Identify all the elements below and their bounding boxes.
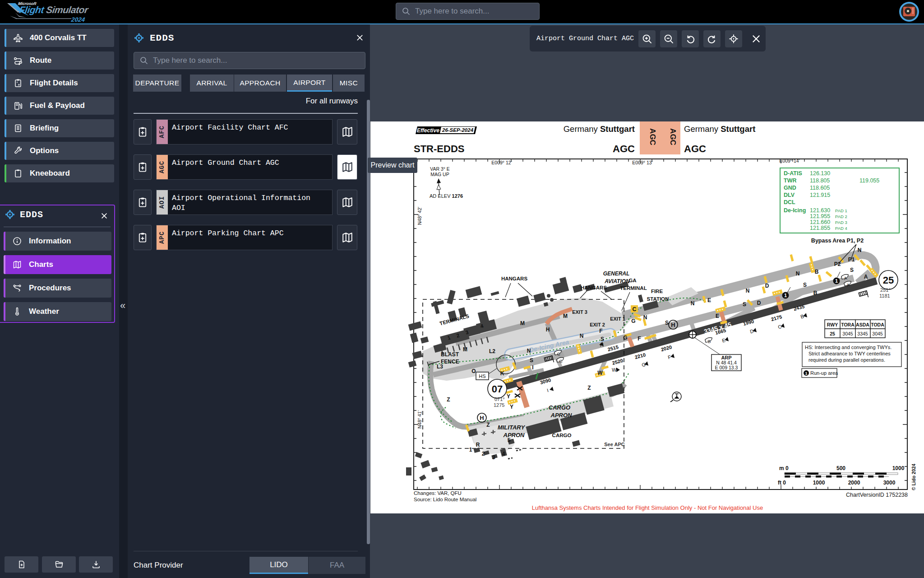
svg-text:AGC: AGC (684, 143, 706, 154)
svg-text:VAR 3° E: VAR 3° E (430, 166, 450, 172)
svg-text:Y: Y (507, 393, 510, 400)
svg-text:500: 500 (836, 465, 845, 471)
svg-text:A: A (864, 274, 868, 280)
svg-text:CARGO: CARGO (549, 404, 570, 411)
svg-text:HS: HS (479, 373, 485, 379)
svg-text:HS: Intersecting and convergin: HS: Intersecting and converging TWYs. (805, 345, 892, 350)
svg-text:121.915: 121.915 (810, 192, 830, 198)
svg-text:De-Icing: De-Icing (784, 207, 806, 214)
svg-text:STR-EDDS: STR-EDDS (414, 143, 464, 154)
svg-text:DCL: DCL (784, 199, 795, 205)
svg-text:RWY: RWY (827, 322, 838, 327)
svg-text:MILITARY: MILITARY (498, 424, 526, 431)
svg-text:119.055: 119.055 (859, 177, 879, 184)
svg-text:N: N (746, 288, 750, 294)
svg-text:3000: 3000 (883, 480, 896, 486)
svg-text:P2: P2 (834, 261, 841, 267)
svg-text:APRON: APRON (503, 432, 525, 438)
svg-text:3345: 3345 (857, 331, 868, 336)
svg-text:GND: GND (784, 185, 796, 191)
svg-text:3045: 3045 (872, 331, 883, 336)
svg-text:26-SEP-2024: 26-SEP-2024 (442, 127, 474, 133)
svg-text:07: 07 (492, 383, 503, 395)
svg-text:F: F (599, 328, 602, 334)
svg-text:Z: Z (447, 396, 450, 403)
svg-text:EXIT 1: EXIT 1 (610, 316, 625, 322)
svg-text:1000: 1000 (813, 480, 825, 486)
svg-text:1000: 1000 (892, 465, 905, 471)
svg-text:FENCE: FENCE (441, 359, 459, 365)
svg-text:E009° 14': E009° 14' (779, 158, 799, 163)
svg-text:S: S (743, 301, 746, 308)
svg-text:126.130: 126.130 (810, 170, 830, 177)
svg-text:Run-up area: Run-up area (810, 370, 838, 376)
svg-text:K: K (500, 370, 504, 377)
svg-text:H: H (600, 342, 604, 348)
svg-text:1: 1 (835, 278, 838, 284)
svg-text:EXIT 2: EXIT 2 (590, 322, 605, 327)
svg-text:1: 1 (469, 447, 472, 453)
svg-text:EXIT 3: EXIT 3 (572, 309, 587, 315)
svg-text:O: O (471, 368, 476, 374)
svg-text:Z: Z (486, 422, 490, 428)
svg-text:C: C (632, 306, 636, 312)
svg-text:S: S (803, 282, 807, 288)
svg-text:Source: Lido Route Manual: Source: Lido Route Manual (414, 497, 476, 502)
svg-text:TERMINAL: TERMINAL (620, 285, 647, 291)
svg-text:121.955: 121.955 (810, 213, 830, 219)
svg-text:118.805: 118.805 (810, 177, 830, 184)
svg-text:AGC: AGC (648, 128, 657, 145)
svg-text:HANGARS: HANGARS (581, 285, 607, 290)
svg-text:TODA: TODA (871, 322, 884, 327)
svg-text:ft 0: ft 0 (778, 480, 786, 486)
svg-text:D: D (765, 283, 769, 289)
svg-text:I: I (532, 364, 533, 371)
svg-text:S: S (601, 336, 604, 342)
svg-text:PAD 1: PAD 1 (835, 208, 847, 213)
svg-text:required during parallel opera: required during parallel operations. (808, 357, 885, 363)
svg-text:MAG UP: MAG UP (430, 172, 449, 177)
svg-text:AGC: AGC (613, 143, 635, 154)
svg-text:Bypass Area P1, P2: Bypass Area P1, P2 (811, 238, 864, 244)
svg-text:M: M (520, 320, 525, 326)
svg-text:D-ATIS: D-ATIS (784, 170, 802, 177)
svg-text:GA: GA (628, 278, 636, 283)
svg-text:Germany Stuttgart: Germany Stuttgart (684, 124, 755, 134)
svg-text:G: G (623, 335, 627, 341)
svg-text:071°: 071° (494, 396, 505, 402)
svg-text:AGC: AGC (669, 128, 677, 145)
svg-text:121.630: 121.630 (810, 207, 830, 214)
svg-text:N: N (796, 270, 800, 277)
svg-text:1: 1 (805, 371, 807, 376)
svg-text:m 0: m 0 (779, 465, 789, 471)
svg-text:25: 25 (830, 331, 835, 336)
svg-text:H: H (546, 326, 550, 333)
svg-text:BLAST: BLAST (441, 351, 459, 358)
svg-text:PAD 2: PAD 2 (835, 214, 847, 219)
svg-text:3: 3 (492, 454, 495, 461)
svg-text:25: 25 (883, 275, 894, 286)
svg-text:M: M (463, 346, 467, 353)
svg-text:L2: L2 (489, 348, 495, 354)
svg-text:W: W (597, 370, 603, 376)
svg-text:S: S (850, 267, 854, 273)
svg-text:R: R (476, 442, 480, 448)
svg-text:N48° 41': N48° 41' (417, 410, 422, 429)
svg-text:TORA: TORA (841, 322, 855, 327)
svg-text:APRON: APRON (550, 412, 573, 419)
svg-text:Lufthansa Systems Charts Inten: Lufthansa Systems Charts Intended for Fl… (532, 504, 763, 511)
svg-text:Z: Z (587, 385, 591, 391)
svg-text:GENERAL: GENERAL (603, 270, 630, 277)
svg-text:G: G (631, 318, 635, 324)
svg-text:L3: L3 (437, 364, 443, 370)
svg-text:E: E (716, 313, 719, 319)
svg-text:D: D (757, 300, 761, 306)
svg-text:CARGO: CARGO (552, 433, 572, 438)
svg-text:121.660: 121.660 (810, 219, 830, 225)
svg-text:S: S (665, 320, 669, 326)
svg-text:AVIATION: AVIATION (604, 278, 630, 284)
svg-text:TWR: TWR (784, 177, 796, 184)
svg-text:N: N (580, 333, 584, 339)
svg-text:M: M (563, 313, 568, 319)
svg-text:118.605: 118.605 (810, 185, 830, 191)
